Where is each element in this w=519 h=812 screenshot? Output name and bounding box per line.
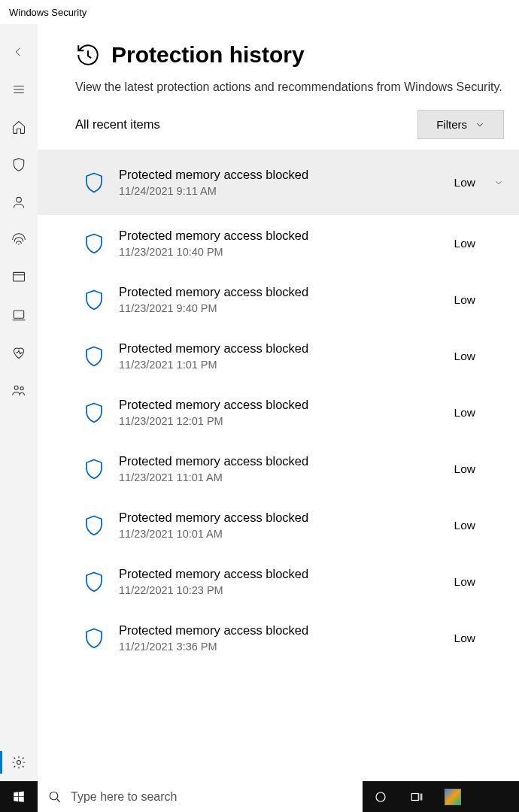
shield-icon <box>83 170 105 195</box>
nav-device-security[interactable] <box>0 296 38 334</box>
taskbar-app[interactable] <box>435 781 471 812</box>
history-item-time: 11/22/2021 10:23 PM <box>119 584 441 596</box>
history-item-title: Protected memory access blocked <box>119 168 441 182</box>
history-item-title: Protected memory access blocked <box>119 229 441 243</box>
nav-settings[interactable] <box>0 744 38 781</box>
content: Protection history View the latest prote… <box>38 24 519 781</box>
history-item-severity: Low <box>454 632 475 645</box>
nav-device-health[interactable] <box>0 334 38 371</box>
shield-icon <box>83 569 105 595</box>
history-item-time: 11/23/2021 10:40 PM <box>119 246 441 258</box>
chevron-down-icon <box>475 120 485 130</box>
history-item-severity: Low <box>454 176 475 189</box>
nav-family-options[interactable] <box>0 371 38 409</box>
device-security-icon <box>11 308 26 323</box>
signal-icon <box>11 232 26 247</box>
history-item-title: Protected memory access blocked <box>119 567 441 581</box>
svg-point-3 <box>14 386 18 389</box>
shield-icon <box>83 287 105 313</box>
svg-point-0 <box>17 197 22 202</box>
nav-virus-protection[interactable] <box>0 146 38 183</box>
history-item-title: Protected memory access blocked <box>119 454 441 468</box>
shield-icon <box>83 400 105 426</box>
start-button[interactable] <box>0 781 38 812</box>
home-icon <box>11 120 26 135</box>
history-item-time: 11/21/2021 3:36 PM <box>119 641 441 653</box>
history-item-severity: Low <box>454 462 475 476</box>
history-item[interactable]: Protected memory access blocked11/23/202… <box>38 441 519 497</box>
nav-app-control[interactable] <box>0 259 38 296</box>
history-item-time: 11/24/2021 9:11 AM <box>119 185 441 197</box>
person-icon <box>11 195 26 210</box>
history-item-time: 11/23/2021 1:01 PM <box>119 359 441 371</box>
history-item-severity: Low <box>454 293 475 307</box>
window-title: Windows Security <box>9 7 86 18</box>
shield-outline-icon <box>11 157 26 172</box>
history-item[interactable]: Protected memory access blocked11/21/202… <box>38 610 519 666</box>
history-item-severity: Low <box>454 237 475 250</box>
shield-icon <box>83 456 105 482</box>
filters-button[interactable]: Filters <box>417 110 504 139</box>
history-item-time: 11/23/2021 10:01 AM <box>119 528 441 540</box>
gear-icon <box>11 755 26 770</box>
nav-account-protection[interactable] <box>0 183 38 221</box>
taskbar-taskview[interactable] <box>399 781 435 812</box>
nav-back[interactable] <box>0 33 38 71</box>
history-list: Protected memory access blocked11/24/202… <box>38 150 519 781</box>
shield-icon <box>83 231 105 256</box>
taskbar: Type here to search <box>0 781 519 812</box>
window-titlebar: Windows Security <box>0 0 519 24</box>
filters-label: Filters <box>436 118 467 131</box>
shield-icon <box>83 626 105 651</box>
history-item[interactable]: Protected memory access blocked11/23/202… <box>38 497 519 553</box>
history-item-severity: Low <box>454 406 475 420</box>
nav-firewall[interactable] <box>0 221 38 259</box>
section-label: All recent items <box>75 117 160 132</box>
menu-icon <box>12 83 26 96</box>
svg-point-4 <box>20 386 23 389</box>
search-icon <box>48 790 62 804</box>
history-item-title: Protected memory access blocked <box>119 285 441 299</box>
search-placeholder: Type here to search <box>71 790 177 804</box>
shield-icon <box>83 513 105 538</box>
sidebar <box>0 24 38 781</box>
family-icon <box>11 383 26 398</box>
history-item-title: Protected memory access blocked <box>119 511 441 525</box>
app-thumbnail-icon <box>445 789 461 805</box>
history-item-time: 11/23/2021 12:01 PM <box>119 415 441 427</box>
page-subtitle: View the latest protection actions and r… <box>38 68 519 110</box>
history-item-title: Protected memory access blocked <box>119 623 441 638</box>
svg-rect-8 <box>411 793 418 800</box>
history-icon <box>75 42 101 68</box>
history-item[interactable]: Protected memory access blocked11/23/202… <box>38 215 519 271</box>
history-item[interactable]: Protected memory access blocked11/23/202… <box>38 271 519 328</box>
shield-icon <box>83 344 105 369</box>
history-item[interactable]: Protected memory access blocked11/24/202… <box>38 150 519 215</box>
history-item[interactable]: Protected memory access blocked11/22/202… <box>38 553 519 610</box>
svg-point-6 <box>50 792 58 800</box>
history-item-time: 11/23/2021 11:01 AM <box>119 471 441 483</box>
svg-point-5 <box>17 761 21 765</box>
history-item-title: Protected memory access blocked <box>119 341 441 356</box>
cortana-icon <box>374 790 387 804</box>
history-item[interactable]: Protected memory access blocked11/23/202… <box>38 384 519 441</box>
svg-rect-2 <box>14 311 23 318</box>
history-item[interactable]: Protected memory access blocked11/23/202… <box>38 328 519 384</box>
history-item-title: Protected memory access blocked <box>119 398 441 412</box>
heart-icon <box>11 345 26 360</box>
back-icon <box>12 45 26 59</box>
nav-home[interactable] <box>0 108 38 146</box>
chevron-down-icon <box>493 177 504 188</box>
taskbar-search[interactable]: Type here to search <box>38 781 363 812</box>
history-item-time: 11/23/2021 9:40 PM <box>119 302 441 314</box>
app-control-icon <box>11 270 26 285</box>
svg-point-7 <box>376 792 385 801</box>
history-item-severity: Low <box>454 350 475 363</box>
page-title: Protection history <box>111 42 305 68</box>
history-item-severity: Low <box>454 575 475 589</box>
taskbar-cortana[interactable] <box>363 781 399 812</box>
svg-rect-1 <box>14 272 25 281</box>
windows-icon <box>12 790 26 804</box>
taskview-icon <box>410 790 423 804</box>
nav-menu[interactable] <box>0 71 38 108</box>
